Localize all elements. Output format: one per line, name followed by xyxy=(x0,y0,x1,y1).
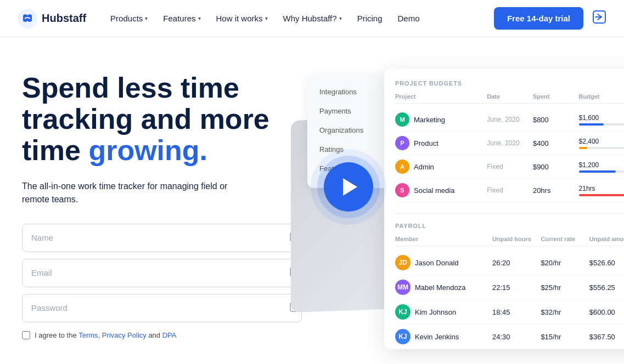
budget-bar-track xyxy=(579,170,624,173)
member-cell: MM Mabel Mendoza xyxy=(395,280,492,295)
budget-bar-fill xyxy=(579,194,624,196)
play-icon xyxy=(343,178,357,196)
headline-accent: growing. xyxy=(88,134,207,166)
chevron-down-icon: ▾ xyxy=(145,15,148,21)
avatar: A xyxy=(395,160,409,174)
avatar: P xyxy=(395,136,409,150)
project-cell: M Marketing xyxy=(395,112,487,127)
password-form-group xyxy=(22,294,307,322)
name-input[interactable] xyxy=(22,224,302,252)
budget-bar-cell: $2,400 xyxy=(579,138,624,149)
member-cell: JD Jason Donald xyxy=(395,255,492,270)
hero-headline: Spend less timetracking and moretime gro… xyxy=(22,72,307,167)
project-cell: S Social media xyxy=(395,183,487,197)
privacy-link[interactable]: Privacy Policy xyxy=(102,331,147,339)
budget-row: A Admin Fixed $900 $1,200 xyxy=(395,155,624,179)
chevron-down-icon: ▾ xyxy=(198,15,201,21)
navbar: Hubstaff Products ▾ Features ▾ How it wo… xyxy=(0,0,624,37)
member-avatar: JD xyxy=(395,255,411,270)
signin-icon xyxy=(592,10,606,24)
avatar: S xyxy=(395,183,409,197)
signin-button[interactable] xyxy=(592,10,606,27)
payroll-row: KJ Kevin Jenkins 24:30 $15/hr $367.50 xyxy=(395,325,624,349)
name-form-group xyxy=(22,224,307,252)
nav-right: Free 14-day trial xyxy=(494,7,606,30)
member-cell: KJ Kim Johnson xyxy=(395,304,492,320)
free-trial-button[interactable]: Free 14-day trial xyxy=(494,7,583,30)
payroll-title: PAYROLL xyxy=(395,223,624,229)
play-button[interactable] xyxy=(324,162,373,212)
terms-row: I agree to the Terms, Privacy Policy and… xyxy=(22,331,307,339)
nav-why-hubstaff[interactable]: Why Hubstaff? ▾ xyxy=(277,9,348,27)
terms-checkbox[interactable] xyxy=(22,331,30,339)
budget-bar-track xyxy=(579,123,624,126)
budgets-table-header: Project Date Spent Budget xyxy=(395,93,624,104)
budget-bar-fill xyxy=(579,170,616,173)
terms-link[interactable]: Terms xyxy=(78,331,98,339)
avatar: M xyxy=(395,112,409,127)
payroll-row: KJ Kim Johnson 18:45 $32/hr $600.00 xyxy=(395,300,624,325)
budget-bar-cell: $1,200 xyxy=(579,161,624,173)
project-cell: P Product xyxy=(395,136,487,150)
hero-section: Spend less timetracking and moretime gro… xyxy=(0,37,624,364)
nav-products[interactable]: Products ▾ xyxy=(104,9,154,27)
budget-bar-fill xyxy=(579,147,587,149)
member-avatar: KJ xyxy=(395,329,411,344)
password-input[interactable] xyxy=(22,294,302,322)
budget-row: M Marketing June, 2020 $800 $1,600 xyxy=(395,108,624,132)
dashboard-panel: PROJECT BUDGETS Project Date Spent Budge… xyxy=(384,69,624,349)
payroll-section: PAYROLL Member Unpaid hours Current rate… xyxy=(395,213,624,349)
member-avatar: MM xyxy=(395,280,411,295)
budget-row: S Social media Fixed 20hrs 21hrs xyxy=(395,179,624,202)
payroll-row: JD Jason Donald 26:20 $20/hr $526.60 xyxy=(395,251,624,275)
nav-features[interactable]: Features ▾ xyxy=(156,9,207,27)
payroll-table-header: Member Unpaid hours Current rate Unpaid … xyxy=(395,236,624,246)
logo-text: Hubstaff xyxy=(42,12,86,25)
budget-row: P Product June, 2020 $400 $2,400 xyxy=(395,132,624,155)
terms-text: I agree to the Terms, Privacy Policy and… xyxy=(35,331,176,339)
budget-bar-fill xyxy=(579,123,604,126)
project-budgets-title: PROJECT BUDGETS xyxy=(395,80,624,87)
nav-links: Products ▾ Features ▾ How it works ▾ Why… xyxy=(104,9,494,27)
member-cell: KJ Kevin Jenkins xyxy=(395,329,492,344)
hero-subtext: The all-in-one work time tracker for man… xyxy=(22,180,307,206)
member-avatar: KJ xyxy=(395,304,411,320)
nav-pricing[interactable]: Pricing xyxy=(351,9,389,27)
nav-demo[interactable]: Demo xyxy=(391,9,426,27)
budget-bar-cell: $1,600 xyxy=(579,114,624,126)
nav-how-it-works[interactable]: How it works ▾ xyxy=(210,9,274,27)
dpa-link[interactable]: DPA xyxy=(162,331,177,339)
logo-icon xyxy=(18,9,37,29)
project-cell: A Admin xyxy=(395,160,487,174)
logo-link[interactable]: Hubstaff xyxy=(18,9,86,29)
budget-bar-track xyxy=(579,194,624,196)
hero-left: Spend less timetracking and moretime gro… xyxy=(22,64,307,339)
chevron-down-icon: ▾ xyxy=(339,15,342,21)
email-input[interactable] xyxy=(22,259,302,287)
budget-bar-cell: 21hrs xyxy=(579,185,624,196)
hero-right: Integrations Payments ‹ Organizations Ra… xyxy=(296,64,602,364)
budget-bar-track xyxy=(579,147,624,149)
payroll-row: MM Mabel Mendoza 22:15 $25/hr $556.25 xyxy=(395,275,624,300)
project-budgets-section: PROJECT BUDGETS Project Date Spent Budge… xyxy=(395,80,624,202)
chevron-down-icon: ▾ xyxy=(265,15,268,21)
email-form-group xyxy=(22,259,307,287)
